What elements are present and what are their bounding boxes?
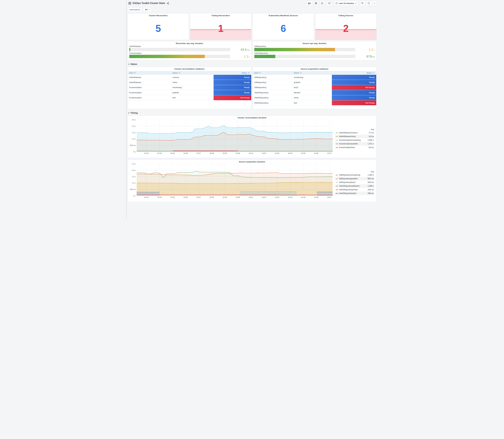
- legend-series-color: [336, 179, 338, 179]
- panel-title[interactable]: Kubernetes Manifests Sources: [253, 13, 314, 17]
- time-range-picker[interactable]: Last 15 minutes: [334, 1, 357, 6]
- legend-series-name[interactable]: GitRepository/test2: [339, 181, 368, 183]
- cell-name: minio: [171, 80, 214, 85]
- x-tick-label: 15:59: [223, 196, 227, 198]
- table-header-row: KindNameStatus: [253, 71, 376, 75]
- refresh-button[interactable]: [366, 1, 371, 6]
- zoom-out-icon[interactable]: [360, 1, 365, 6]
- panel-title[interactable]: Reconciler ops avg. duration: [129, 41, 250, 45]
- cycle-view-mode-button[interactable]: [327, 1, 332, 6]
- cell-kind: Kustomization: [128, 85, 171, 90]
- filter-icon[interactable]: [248, 72, 250, 74]
- x-tick-label: 15:56: [183, 196, 188, 198]
- y-tick-label: 1.0 s: [132, 182, 136, 184]
- panel-cluster-reconcilers: Cluster Reconcilers 5: [128, 13, 189, 40]
- filter-icon[interactable]: [300, 72, 302, 74]
- x-tick-label: 15:56: [183, 152, 188, 154]
- legend-series-name[interactable]: Kustomization/test: [339, 146, 369, 148]
- dashboard-grid-icon[interactable]: [129, 2, 131, 5]
- legend-series-name[interactable]: HelmRelease/minio: [339, 135, 369, 137]
- panel-title[interactable]: Source acquisition duration: [128, 160, 376, 163]
- column-header-kind[interactable]: Kind: [253, 72, 292, 74]
- filter-icon[interactable]: [179, 72, 180, 74]
- legend-item[interactable]: HelmRepository/test 289 ms: [335, 192, 374, 195]
- legend-series-color: [336, 144, 338, 144]
- legend-item[interactable]: HelmRepository/bitnami 1.695 s: [335, 184, 374, 188]
- legend-item[interactable]: GitRepository/podinfo 980 ms: [335, 177, 374, 181]
- cell-kind: HelmRepository: [253, 90, 292, 95]
- legend-series-name[interactable]: HelmRepository/bitnami: [339, 185, 368, 187]
- plot-area[interactable]: [137, 164, 333, 196]
- panel-title[interactable]: Source ops avg. duration: [254, 41, 375, 45]
- panel-title[interactable]: Failing Sources: [315, 13, 376, 17]
- add-panel-button[interactable]: [307, 1, 312, 6]
- page-title: GitOps Toolkit Cluster Stats: [133, 2, 165, 5]
- legend-item[interactable]: Kustomization/monitoring 1.605 s: [335, 138, 374, 142]
- cell-status: Ready: [332, 80, 376, 85]
- legend-series-color: [336, 186, 338, 186]
- filter-icon[interactable]: [259, 72, 261, 74]
- share-icon[interactable]: [167, 2, 169, 4]
- gauge-fill: [129, 55, 205, 58]
- dashboard-settings-button[interactable]: [320, 1, 324, 6]
- x-tick-label: 15:58: [209, 196, 214, 198]
- x-tick-label: 16:01: [249, 152, 253, 154]
- variable-namespace-value: All: [145, 8, 148, 11]
- panel-title[interactable]: Source acquisition readiness: [253, 67, 376, 70]
- panel-title[interactable]: Failing Reconcilers: [190, 13, 251, 17]
- column-header-name[interactable]: Name: [292, 72, 332, 74]
- section-status[interactable]: Status: [128, 61, 377, 67]
- refresh-interval-dropdown[interactable]: [372, 1, 376, 6]
- legend-series-name[interactable]: HelmRepository/minio: [339, 189, 368, 191]
- cell-name: podinfo: [171, 90, 214, 95]
- legend-item[interactable]: HelmRepository/minio 108 ms: [335, 188, 374, 192]
- legend-item[interactable]: HelmRelease/contour 71 ms: [335, 131, 374, 134]
- section-timing[interactable]: Timing: [128, 110, 377, 115]
- cell-kind: GitRepository: [253, 85, 292, 90]
- section-title: Timing: [131, 112, 138, 114]
- cell-name: minio: [292, 95, 332, 100]
- filter-icon[interactable]: [373, 72, 375, 74]
- save-dashboard-button[interactable]: [313, 1, 319, 6]
- variable-namespace-value-dropdown[interactable]: All: [143, 7, 152, 12]
- legend-avg-header[interactable]: avg: [335, 170, 374, 173]
- variable-namespace-label[interactable]: namespace: [128, 7, 142, 12]
- cell-status: Not Ready: [332, 85, 376, 90]
- legend-series-name[interactable]: HelmRelease/contour: [339, 132, 369, 134]
- panel-reconciler-ops-avg-duration: Reconciler ops avg. duration HelmRelease…: [128, 41, 252, 60]
- legend-item[interactable]: HelmRelease/minio 16 ms: [335, 134, 374, 138]
- gauge-label: Kustomization: [129, 52, 250, 54]
- stat-value: 1: [190, 23, 251, 34]
- cell-status: Ready: [214, 80, 251, 85]
- panel-kubernetes-manifests-sources: Kubernetes Manifests Sources 6: [253, 13, 314, 40]
- legend-series-name[interactable]: GitRepository/monitoring: [339, 174, 368, 176]
- legend-item[interactable]: GitRepository/monitoring 1.594 s: [335, 173, 374, 177]
- filter-icon[interactable]: [134, 72, 136, 74]
- x-tick-label: 16:05: [301, 196, 305, 198]
- legend-series-name[interactable]: HelmRepository/test: [339, 192, 368, 195]
- column-header-kind[interactable]: Kind: [128, 72, 171, 74]
- legend-series-color: [336, 182, 338, 183]
- cell-name: podinfo: [292, 80, 332, 85]
- x-tick-label: 16:01: [249, 196, 253, 198]
- panel-title[interactable]: Cluster reconciliation readiness: [128, 67, 251, 70]
- panel-title[interactable]: Cluster Reconcilers: [128, 13, 189, 17]
- legend-item[interactable]: Kustomization/podinfo 1.071 s: [335, 142, 374, 146]
- legend-series-avg: 16 ms: [369, 135, 374, 137]
- panel-cluster-reconciliation-readiness: Cluster reconciliation readiness KindNam…: [128, 67, 252, 109]
- legend-item[interactable]: GitRepository/test2 338 ms: [335, 181, 374, 184]
- legend-avg-header[interactable]: avg: [335, 128, 374, 131]
- x-tick-label: 16:00: [236, 152, 240, 154]
- column-header-status[interactable]: Status: [332, 72, 376, 74]
- legend-series-name[interactable]: GitRepository/podinfo: [339, 178, 368, 180]
- panel-title[interactable]: Cluster reconciliation duration: [128, 116, 376, 119]
- stat-value: 2: [315, 23, 376, 34]
- legend-series-name[interactable]: Kustomization/podinfo: [339, 143, 368, 145]
- legend-series-color: [336, 140, 338, 140]
- column-header-status[interactable]: Status: [214, 72, 251, 74]
- legend-series-name[interactable]: Kustomization/monitoring: [339, 139, 368, 141]
- x-tick-label: 16:06: [314, 196, 319, 198]
- column-header-name[interactable]: Name: [171, 72, 214, 74]
- plot-area[interactable]: [137, 120, 333, 152]
- legend-item[interactable]: Kustomization/test 84 ms: [335, 146, 374, 149]
